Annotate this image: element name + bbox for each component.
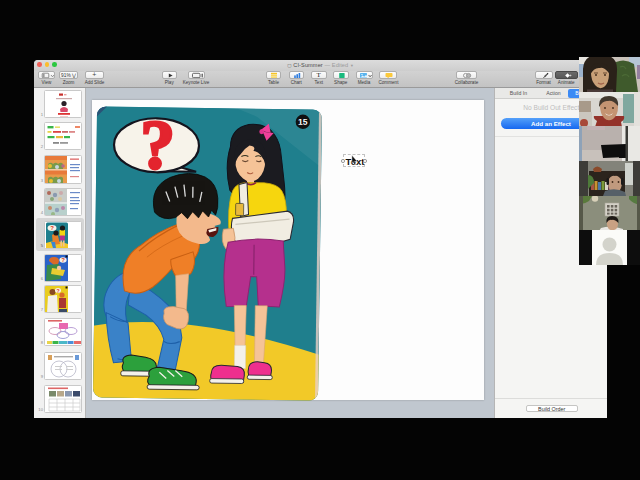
svg-text:?: ? xyxy=(139,106,175,183)
svg-text:15: 15 xyxy=(298,117,308,127)
svg-text:?: ? xyxy=(61,257,65,263)
svg-text:?: ? xyxy=(56,287,59,293)
svg-text:?: ? xyxy=(50,225,54,231)
